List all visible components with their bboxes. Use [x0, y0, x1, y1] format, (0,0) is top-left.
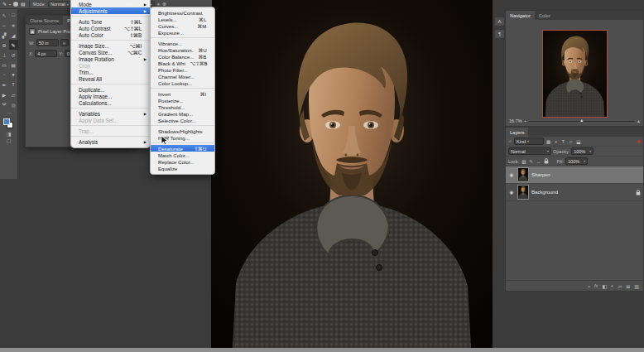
menu-item[interactable]: Trim...: [71, 69, 150, 75]
tab-clone-source[interactable]: Clone Source: [26, 16, 63, 25]
filter-smart-objects-icon[interactable]: ⬓: [575, 139, 581, 144]
menu-item[interactable]: Photo Filter...: [151, 66, 214, 73]
lock-all-icon[interactable]: [544, 158, 549, 164]
layer-thumbnail[interactable]: [517, 185, 529, 200]
zoom-slider-thumb[interactable]: ▲: [579, 118, 584, 123]
menu-item[interactable]: Equalize: [151, 165, 214, 171]
new-layer-icon[interactable]: ⊞: [626, 283, 630, 289]
menu-item[interactable]: Color Lookup...: [151, 80, 214, 86]
menu-item[interactable]: Trap...: [71, 128, 150, 134]
brush-tool[interactable]: ✎: [9, 40, 18, 50]
menu-item[interactable]: Selective Color...: [151, 117, 214, 123]
delete-layer-icon[interactable]: ▥: [634, 283, 639, 289]
move-tool[interactable]: ↖: [0, 10, 9, 20]
eyedropper-tool[interactable]: ◢: [9, 30, 18, 40]
menu-item[interactable]: Posterize...: [151, 97, 214, 104]
visibility-eye-icon[interactable]: ◉: [508, 190, 515, 195]
menu-item[interactable]: Gradient Map...: [151, 110, 214, 117]
menu-item[interactable]: Vibrance...: [151, 40, 214, 46]
filter-pixel-layers-icon[interactable]: ▦: [545, 139, 551, 144]
link-dimensions-icon[interactable]: ∞: [60, 39, 69, 46]
menu-item[interactable]: Auto Color ⇧⌘B: [71, 31, 150, 38]
menu-item[interactable]: Crop: [71, 62, 150, 69]
opacity-field[interactable]: 100% ▾: [571, 147, 594, 155]
filter-adjustment-layers-icon[interactable]: ◐: [554, 139, 558, 144]
edit-toolbar-icon[interactable]: ⋯: [7, 109, 12, 116]
link-layers-icon[interactable]: ⌁: [587, 283, 590, 289]
screen-mode-icon[interactable]: ▢: [7, 138, 12, 143]
mode-select[interactable]: Normal ▾: [48, 1, 71, 7]
menu-item[interactable]: Curves... ⌘M: [151, 22, 214, 29]
new-group-icon[interactable]: ▱: [618, 283, 622, 289]
layer-row[interactable]: ◉ Sharpen: [506, 166, 643, 184]
filter-shape-layers-icon[interactable]: ▱: [568, 139, 573, 144]
menu-item[interactable]: Channel Mixer...: [151, 73, 214, 80]
menu-item[interactable]: Desaturate ⇧⌘U: [151, 145, 214, 152]
paragraph-panel-icon[interactable]: ¶: [494, 29, 505, 39]
layer-mask-icon[interactable]: ◧: [602, 283, 607, 289]
character-panel-icon[interactable]: A: [494, 17, 505, 27]
zoom-slider[interactable]: ▲: [529, 121, 635, 122]
adjustment-layer-icon[interactable]: ◐: [611, 283, 614, 288]
chevron-down-icon[interactable]: ▾: [9, 2, 11, 7]
zoom-percentage[interactable]: 16.7%: [509, 118, 522, 123]
kind-filter-select[interactable]: Kind ▾: [514, 137, 544, 145]
dodge-tool[interactable]: ●: [9, 70, 18, 80]
zoom-out-icon[interactable]: ▴: [525, 119, 526, 123]
menu-item[interactable]: Variables ▶: [71, 110, 150, 117]
shape-tool[interactable]: ▱: [9, 89, 18, 99]
zoom-in-icon[interactable]: ▴: [637, 118, 640, 123]
marquee-tool[interactable]: □: [9, 10, 18, 20]
layer-row[interactable]: ◉ Background: [506, 184, 643, 201]
menu-item[interactable]: Image Size... ⌥⌘I: [71, 42, 150, 49]
lock-position-icon[interactable]: ↔: [536, 159, 542, 164]
menu-item[interactable]: Invert ⌘I: [151, 90, 214, 97]
gradient-tool[interactable]: ▤: [9, 60, 18, 70]
tab-navigator[interactable]: Navigator: [506, 11, 535, 20]
eraser-tool[interactable]: ▭: [0, 60, 9, 70]
foreground-color-swatch[interactable]: [3, 118, 10, 125]
menu-item[interactable]: Match Color...: [151, 152, 214, 158]
color-swatches[interactable]: [2, 118, 15, 130]
zoom-tool[interactable]: ◎: [9, 99, 18, 109]
type-tool[interactable]: T: [9, 80, 18, 89]
filter-type-layers-icon[interactable]: T: [561, 139, 565, 144]
menu-item[interactable]: Adjustments ▶: [71, 7, 150, 14]
history-brush-tool[interactable]: ↺: [9, 50, 18, 60]
tab-layers[interactable]: Layers: [506, 128, 528, 137]
pen-tool[interactable]: ✒: [0, 80, 9, 89]
path-selection-tool[interactable]: ▶: [0, 89, 9, 99]
menu-item[interactable]: Auto Tone ⇧⌘L: [71, 18, 150, 25]
menu-item[interactable]: Apply Image...: [71, 93, 150, 99]
quick-selection-tool[interactable]: ✶: [9, 20, 18, 30]
tab-color[interactable]: Color: [535, 11, 555, 20]
brush-icon[interactable]: ✎: [2, 2, 7, 7]
layer-effects-icon[interactable]: fx: [594, 283, 598, 288]
menu-item[interactable]: Apply Data Set...: [71, 117, 150, 123]
menu-item[interactable]: Hue/Saturation... ⌘U: [151, 46, 214, 53]
visibility-eye-icon[interactable]: ◉: [508, 172, 515, 177]
quick-mask-icon[interactable]: ◨: [7, 132, 12, 137]
menu-item[interactable]: Levels... ⌘L: [151, 16, 214, 22]
menu-item[interactable]: Color Balance... ⌘B: [151, 53, 214, 60]
lasso-tool[interactable]: ∽: [0, 20, 9, 30]
fill-field[interactable]: 100% ▾: [565, 157, 588, 165]
navigator-preview[interactable]: [542, 30, 608, 118]
filter-toggle-icon[interactable]: [637, 140, 641, 143]
menu-item[interactable]: Threshold...: [151, 104, 214, 110]
menu-item[interactable]: Canvas Size... ⌥⌘C: [71, 49, 150, 55]
layer-thumbnail[interactable]: [517, 167, 529, 182]
menu-item[interactable]: Replace Color...: [151, 158, 214, 165]
lock-pixels-icon[interactable]: ✎: [528, 159, 534, 164]
menu-item[interactable]: Analysis ▶: [71, 138, 150, 145]
x-field[interactable]: 4 px: [35, 50, 57, 57]
menu-item[interactable]: Mode ▶: [71, 1, 150, 7]
clone-stamp-tool[interactable]: ⊥: [0, 50, 9, 60]
menu-item[interactable]: Reveal All: [71, 75, 150, 82]
brush-preset-icon[interactable]: [13, 2, 18, 7]
blend-mode-select[interactable]: Normal ▾: [508, 147, 551, 155]
panel-toggle-icon[interactable]: ▤: [21, 2, 26, 7]
hand-tool[interactable]: Ψ: [0, 99, 9, 109]
blur-tool[interactable]: ◦: [0, 70, 9, 80]
menu-item[interactable]: Brightness/Contrast...: [151, 9, 214, 16]
